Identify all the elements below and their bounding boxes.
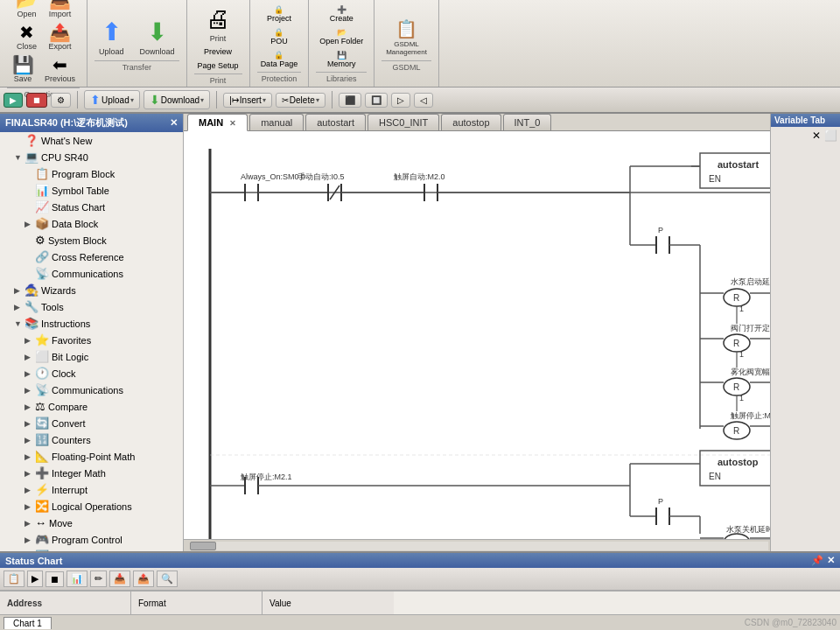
project-protect-button[interactable]: 🔒 Project — [257, 4, 302, 24]
svg-text:P: P — [658, 497, 663, 506]
sidebar-item-communications2[interactable]: ▶ 📡 Communications — [0, 382, 183, 398]
sidebar-item-program-block[interactable]: 📋 Program Block — [0, 165, 183, 182]
upload-ribbon-icon: ⬆ — [90, 93, 101, 107]
sidebar-item-compare[interactable]: ▶ ⚖ Compare — [0, 398, 183, 415]
ribbon-tool3[interactable]: ▷ — [391, 93, 410, 108]
sidebar-item-instructions[interactable]: ▼ 📚 Instructions — [0, 315, 183, 332]
tab-main-close[interactable]: ✕ — [229, 119, 236, 128]
save-button[interactable]: 💾 Save — [7, 53, 38, 86]
status-chart-pin[interactable]: 📌 — [811, 555, 823, 566]
clock-expand: ▶ — [24, 369, 35, 378]
var-close-btn[interactable]: ✕ — [811, 129, 822, 143]
gsdml-button[interactable]: 📋 GSDMLManagement — [382, 16, 431, 59]
ribbon-tool1[interactable]: ⬛ — [339, 93, 361, 108]
sidebar-item-status-chart[interactable]: 📈 Status Chart — [0, 199, 183, 215]
tab-main[interactable]: MAIN ✕ — [187, 114, 248, 131]
ribbon-tool2[interactable]: 🔲 — [365, 93, 388, 108]
previous-button[interactable]: ⬅ Previous — [40, 53, 80, 86]
upload-ribbon-button[interactable]: ⬆ Upload ▾ — [84, 90, 140, 109]
status-toolbar-btn5[interactable]: ✏ — [90, 570, 107, 587]
preview-button[interactable]: Preview — [194, 46, 242, 58]
status-col-format: Format — [131, 592, 262, 614]
import-button[interactable]: 📥 Import — [45, 0, 76, 21]
symbol-table-icon: 📊 — [35, 184, 49, 197]
pagesetup-button[interactable]: Page Setup — [194, 60, 242, 72]
sidebar-close-icon[interactable]: ✕ — [170, 117, 178, 129]
tab-autostart[interactable]: autostart — [305, 114, 366, 130]
ribbon-icon-btn[interactable]: ⚙ — [51, 93, 71, 108]
sidebar-item-convert[interactable]: ▶ 🔄 Convert — [0, 415, 183, 431]
status-toolbar-btn3[interactable]: ⏹ — [46, 571, 64, 587]
sidebar-item-data-block[interactable]: ▶ 📦 Data Block — [0, 215, 183, 232]
sidebar-item-logical-ops[interactable]: ▶ 🔀 Logical Operations — [0, 498, 183, 514]
status-toolbar-btn4[interactable]: 📊 — [66, 570, 88, 587]
insert-ribbon-button[interactable]: |↦ Insert ▾ — [223, 93, 272, 108]
sidebar-item-wizards[interactable]: ▶ 🧙 Wizards — [0, 282, 183, 298]
h-scrollbar[interactable] — [184, 539, 770, 551]
run-button[interactable]: ▶ — [4, 93, 23, 108]
status-chart-icon: 📈 — [35, 200, 49, 214]
pou-protect-button[interactable]: 🔒 POU — [257, 26, 302, 47]
export-button[interactable]: 📤 Export — [45, 21, 76, 53]
status-col-address: Address — [0, 592, 131, 614]
sidebar-item-integer-math[interactable]: ▶ ➕ Integer Math — [0, 465, 183, 481]
sidebar-item-bit-logic[interactable]: ▶ ⬜ Bit Logic — [0, 348, 183, 365]
sidebar-item-symbol-table[interactable]: 📊 Symbol Table — [0, 182, 183, 199]
sidebar-item-counters[interactable]: ▶ 🔢 Counters — [0, 431, 183, 448]
download-dropdown-arrow: ▾ — [200, 96, 204, 104]
ribbon-tool4[interactable]: ◁ — [414, 93, 433, 108]
toolbar-group-transfer: ⬆ Upload ⬇ Download Transfer — [88, 0, 187, 87]
sidebar-item-system-block[interactable]: ⚙ System Block — [0, 232, 183, 248]
communications2-icon: 📡 — [35, 383, 49, 396]
toolbar-ops-row3: 💾 Save ⬅ Previous — [7, 53, 80, 86]
sidebar-item-whats-new[interactable]: ❓ What's New — [0, 132, 183, 149]
datapage-protect-button[interactable]: 🔒 Data Page — [257, 49, 302, 70]
chart-tab[interactable]: Chart 1 — [4, 617, 52, 629]
sidebar-item-move[interactable]: ▶ ↔ Move — [0, 514, 183, 531]
tab-manual[interactable]: manual — [249, 114, 304, 130]
tab-hsc0-init[interactable]: HSC0_INIT — [368, 114, 439, 130]
content-area: MAIN ✕ manual autostart HSC0_INIT autost… — [184, 114, 770, 551]
toolbar-group-operations: 📂 Open 📥 Import ✖ Close 📤 Export 💾 Save — [0, 0, 88, 87]
delete-ribbon-button[interactable]: ✂ Delete ▾ — [276, 93, 326, 108]
memory-button[interactable]: 💾 Memory — [316, 49, 367, 70]
open-button[interactable]: 📂 Open — [11, 0, 43, 21]
svg-text:P: P — [658, 226, 663, 234]
sidebar-item-program-control[interactable]: ▶ 🎮 Program Control — [0, 531, 183, 548]
status-toolbar-btn8[interactable]: 🔍 — [157, 570, 178, 587]
delete-dropdown-arrow: ▾ — [316, 96, 319, 104]
download-ribbon-button[interactable]: ⬇ Download ▾ — [144, 90, 210, 109]
close-button[interactable]: ✖ Close — [11, 21, 43, 53]
h-scroll-thumb[interactable] — [190, 542, 216, 550]
move-icon: ↔ — [35, 516, 46, 529]
sidebar-item-favorites[interactable]: ▶ ⭐ Favorites — [0, 332, 183, 348]
sidebar-item-interrupt[interactable]: ▶ ⚡ Interrupt — [0, 481, 183, 498]
tab-int0[interactable]: INT_0 — [503, 114, 552, 130]
status-toolbar-btn6[interactable]: 📥 — [109, 570, 130, 587]
whats-new-icon: ❓ — [24, 134, 38, 147]
create-button[interactable]: ➕ Create — [316, 4, 367, 24]
h-scroll-track[interactable] — [216, 542, 768, 550]
compare-icon: ⚖ — [35, 400, 46, 413]
sidebar-item-cpu-sr40[interactable]: ▼ 💻 CPU SR40 — [0, 149, 183, 165]
ladder-area[interactable]: Always_On:SM0.0 手动自动:I0.5 触屏自动:M2.0 — [184, 131, 770, 539]
upload-button[interactable]: ⬆ Upload — [94, 15, 129, 59]
stop-button[interactable]: ⏹ — [26, 93, 47, 108]
sidebar-item-shift-rotate[interactable]: ▶ 🔃 Shift/Rotate — [0, 548, 183, 551]
open-folder-button[interactable]: 📂 Open Folder — [316, 26, 367, 47]
sidebar-item-cross-reference[interactable]: 🔗 Cross Reference — [0, 248, 183, 265]
status-toolbar-btn2[interactable]: ▶ — [27, 570, 43, 587]
status-chart-close[interactable]: ✕ — [827, 555, 835, 566]
status-toolbar-btn7[interactable]: 📤 — [133, 570, 154, 587]
var-expand-btn[interactable]: ⬜ — [823, 129, 838, 143]
sidebar-item-communications[interactable]: 📡 Communications — [0, 265, 183, 282]
status-toolbar-btn1[interactable]: 📋 — [4, 570, 24, 587]
program-block-icon: 📋 — [35, 167, 49, 180]
sidebar-item-floating-point[interactable]: ▶ 📐 Floating-Point Math — [0, 448, 183, 465]
print-button[interactable]: 🖨 Print — [201, 2, 234, 46]
sidebar-item-clock[interactable]: ▶ 🕐 Clock — [0, 365, 183, 382]
tab-autostop[interactable]: autostop — [441, 114, 500, 130]
svg-text:触屏自动:M2.0: 触屏自动:M2.0 — [394, 172, 445, 181]
download-button[interactable]: ⬇ Download — [136, 15, 179, 59]
sidebar-item-tools[interactable]: ▶ 🔧 Tools — [0, 298, 183, 315]
